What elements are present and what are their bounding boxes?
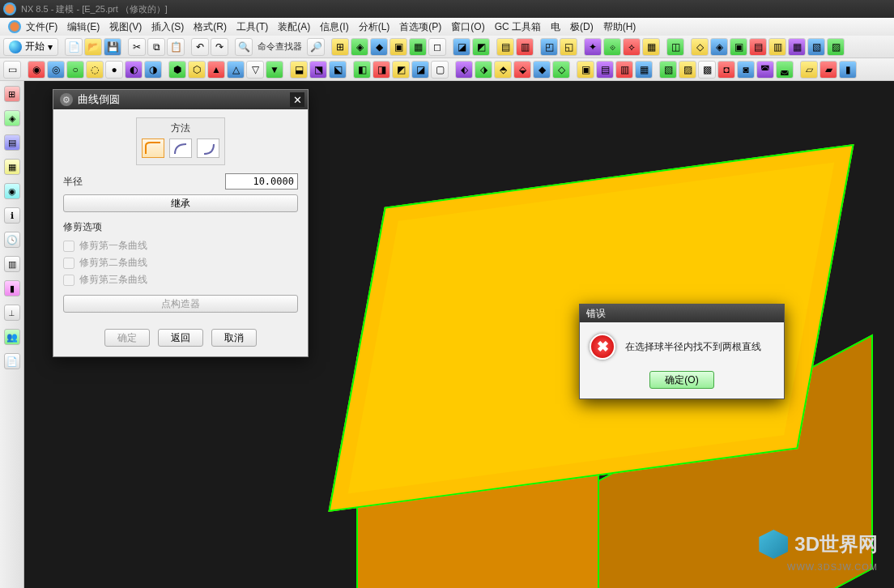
method-fillet-icon[interactable] bbox=[142, 138, 164, 158]
search-icon[interactable]: 🔎 bbox=[307, 38, 325, 56]
app-menu-icon[interactable] bbox=[8, 20, 21, 33]
menubar[interactable]: 文件(F) 编辑(E) 视图(V) 插入(S) 格式(R) 工具(T) 装配(A… bbox=[0, 18, 894, 36]
start-button[interactable]: 开始 ▾ bbox=[3, 38, 58, 56]
tb-a2[interactable]: ◈ bbox=[351, 38, 368, 56]
binoculars-icon[interactable]: 🔍 bbox=[235, 38, 253, 56]
t2-37[interactable]: ◙ bbox=[737, 61, 755, 79]
t2-15[interactable]: ⬓ bbox=[290, 61, 308, 79]
t2-27[interactable]: ◆ bbox=[533, 61, 551, 79]
side-constraint-icon[interactable]: ⟂ bbox=[4, 305, 20, 321]
tb-g4[interactable]: ▤ bbox=[749, 38, 767, 56]
tb-a6[interactable]: ◻ bbox=[428, 38, 446, 56]
menu-pole[interactable]: 极(D) bbox=[565, 20, 598, 34]
side-doc-icon[interactable]: 📄 bbox=[4, 353, 20, 369]
t2-17[interactable]: ⬕ bbox=[329, 61, 347, 79]
side-nav-icon[interactable]: ▦ bbox=[4, 159, 20, 175]
side-feature-icon[interactable]: ⊞ bbox=[4, 86, 20, 102]
tb-e2[interactable]: ⟐ bbox=[603, 38, 621, 56]
t2-35[interactable]: ▩ bbox=[698, 61, 716, 79]
menu-info[interactable]: 信息(I) bbox=[315, 20, 353, 34]
tb-g5[interactable]: ▥ bbox=[768, 38, 786, 56]
t2-29[interactable]: ▣ bbox=[577, 61, 594, 79]
menu-insert[interactable]: 插入(S) bbox=[147, 20, 189, 34]
tb-a4[interactable]: ▣ bbox=[390, 38, 407, 56]
redo-icon[interactable]: ↷ bbox=[211, 38, 228, 56]
t2-40[interactable]: ▱ bbox=[800, 61, 818, 79]
t2-22[interactable]: ▢ bbox=[431, 61, 449, 79]
t2-7[interactable]: ◐ bbox=[125, 61, 143, 79]
t2-3[interactable]: ◎ bbox=[47, 61, 65, 79]
side-group-icon[interactable]: 👥 bbox=[4, 329, 20, 345]
menu-help[interactable]: 帮助(H) bbox=[598, 20, 641, 34]
side-part-icon[interactable]: ◈ bbox=[4, 110, 20, 126]
tb-c1[interactable]: ▤ bbox=[496, 38, 514, 56]
t2-1[interactable]: ▭ bbox=[3, 61, 21, 79]
side-assembly-icon[interactable]: ▤ bbox=[4, 134, 20, 151]
t2-25[interactable]: ⬘ bbox=[494, 61, 512, 79]
t2-18[interactable]: ◧ bbox=[353, 61, 371, 79]
tb-d2[interactable]: ◱ bbox=[560, 38, 577, 56]
t2-39[interactable]: ◛ bbox=[776, 61, 794, 79]
tb-e1[interactable]: ✦ bbox=[584, 38, 602, 56]
t2-11[interactable]: ▲ bbox=[207, 61, 225, 79]
tb-c2[interactable]: ▥ bbox=[516, 38, 534, 56]
t2-16[interactable]: ⬔ bbox=[309, 61, 327, 79]
t2-26[interactable]: ⬙ bbox=[513, 61, 531, 79]
tb-a1[interactable]: ⊞ bbox=[331, 38, 349, 56]
menu-view[interactable]: 视图(V) bbox=[104, 20, 147, 34]
copy-icon[interactable]: ⧉ bbox=[147, 38, 165, 56]
t2-24[interactable]: ⬗ bbox=[475, 61, 492, 79]
t2-21[interactable]: ◪ bbox=[411, 61, 429, 79]
menu-prefs[interactable]: 首选项(P) bbox=[394, 20, 446, 34]
t2-20[interactable]: ◩ bbox=[392, 61, 410, 79]
close-icon[interactable]: ✕ bbox=[290, 92, 304, 107]
side-layer-icon[interactable]: ◉ bbox=[4, 183, 20, 199]
t2-9[interactable]: ⬢ bbox=[168, 61, 186, 79]
t2-28[interactable]: ◇ bbox=[552, 61, 570, 79]
menu-edit[interactable]: 编辑(E) bbox=[62, 20, 104, 34]
gear-icon[interactable]: ⚙ bbox=[60, 93, 73, 106]
tb-e4[interactable]: ▦ bbox=[642, 38, 660, 56]
t2-34[interactable]: ▨ bbox=[679, 61, 696, 79]
tb-f1[interactable]: ◫ bbox=[666, 38, 684, 56]
menu-assembly[interactable]: 装配(A) bbox=[273, 20, 315, 34]
radius-input[interactable] bbox=[225, 173, 298, 190]
menu-format[interactable]: 格式(R) bbox=[189, 20, 232, 34]
inherit-button[interactable]: 继承 bbox=[63, 194, 298, 212]
undo-icon[interactable]: ↶ bbox=[191, 38, 209, 56]
t2-31[interactable]: ▥ bbox=[615, 61, 633, 79]
tb-g7[interactable]: ▧ bbox=[807, 38, 825, 56]
t2-6[interactable]: ● bbox=[105, 61, 123, 79]
t2-19[interactable]: ◨ bbox=[372, 61, 390, 79]
menu-window[interactable]: 窗口(O) bbox=[446, 20, 489, 34]
tb-g1[interactable]: ◇ bbox=[691, 38, 709, 56]
t2-14[interactable]: ▼ bbox=[266, 61, 283, 79]
t2-23[interactable]: ⬖ bbox=[455, 61, 473, 79]
t2-41[interactable]: ▰ bbox=[820, 61, 837, 79]
tb-b2[interactable]: ◩ bbox=[472, 38, 490, 56]
menu-file[interactable]: 文件(F) bbox=[21, 20, 62, 34]
t2-8[interactable]: ◑ bbox=[144, 61, 162, 79]
t2-38[interactable]: ◚ bbox=[756, 61, 774, 79]
back-button[interactable]: 返回 bbox=[158, 329, 203, 347]
side-history-icon[interactable]: 🕓 bbox=[4, 232, 20, 248]
cut-icon[interactable]: ✂ bbox=[128, 38, 146, 56]
menu-electric[interactable]: 电 bbox=[546, 20, 565, 34]
tb-g8[interactable]: ▨ bbox=[827, 38, 845, 56]
tb-b1[interactable]: ◪ bbox=[453, 38, 470, 56]
side-table-icon[interactable]: ▥ bbox=[4, 256, 20, 272]
tb-g2[interactable]: ◈ bbox=[710, 38, 728, 56]
tb-d1[interactable]: ◰ bbox=[540, 38, 558, 56]
tb-g3[interactable]: ▣ bbox=[730, 38, 747, 56]
t2-36[interactable]: ◘ bbox=[717, 61, 735, 79]
menu-gctoolbox[interactable]: GC 工具箱 bbox=[490, 20, 546, 34]
new-file-icon[interactable]: 📄 bbox=[65, 38, 83, 56]
t2-4[interactable]: ○ bbox=[66, 61, 84, 79]
t2-42[interactable]: ▮ bbox=[839, 61, 857, 79]
tb-e3[interactable]: ⟡ bbox=[623, 38, 641, 56]
t2-2[interactable]: ◉ bbox=[28, 61, 45, 79]
error-titlebar[interactable]: 错误 bbox=[580, 305, 784, 322]
dialog-titlebar[interactable]: ⚙ 曲线倒圆 ✕ bbox=[53, 90, 308, 109]
tb-a3[interactable]: ◆ bbox=[370, 38, 388, 56]
save-icon[interactable]: 💾 bbox=[104, 38, 121, 56]
